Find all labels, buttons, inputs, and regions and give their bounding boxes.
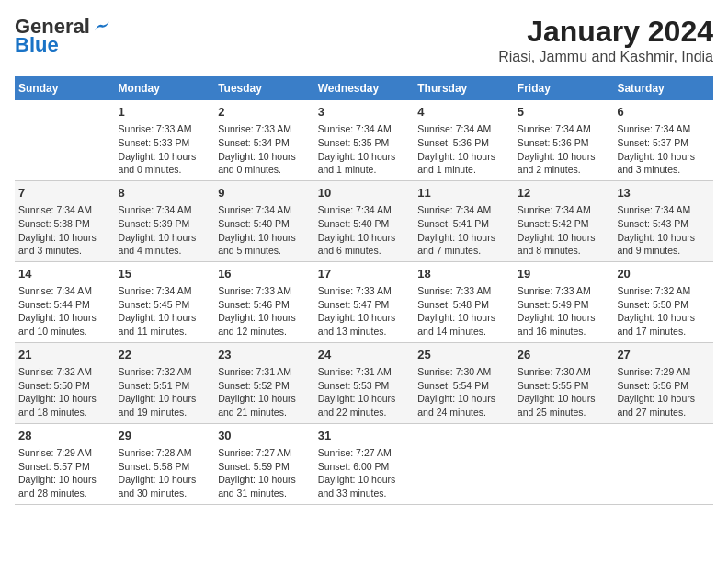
calendar-week-3: 14Sunrise: 7:34 AM Sunset: 5:44 PM Dayli… bbox=[15, 261, 713, 342]
day-content: Sunrise: 7:27 AM Sunset: 6:00 PM Dayligh… bbox=[318, 446, 411, 500]
calendar-cell: 21Sunrise: 7:32 AM Sunset: 5:50 PM Dayli… bbox=[15, 342, 115, 423]
calendar-cell: 12Sunrise: 7:34 AM Sunset: 5:42 PM Dayli… bbox=[514, 180, 614, 261]
calendar-cell: 7Sunrise: 7:34 AM Sunset: 5:38 PM Daylig… bbox=[15, 180, 115, 261]
day-content: Sunrise: 7:28 AM Sunset: 5:58 PM Dayligh… bbox=[119, 446, 211, 500]
calendar-cell: 13Sunrise: 7:34 AM Sunset: 5:43 PM Dayli… bbox=[613, 180, 713, 261]
day-number: 27 bbox=[617, 347, 710, 363]
day-number: 20 bbox=[617, 266, 710, 282]
calendar-cell: 9Sunrise: 7:34 AM Sunset: 5:40 PM Daylig… bbox=[214, 180, 314, 261]
day-content: Sunrise: 7:34 AM Sunset: 5:36 PM Dayligh… bbox=[518, 122, 610, 177]
calendar-cell: 29Sunrise: 7:28 AM Sunset: 5:58 PM Dayli… bbox=[115, 423, 215, 504]
calendar-cell: 10Sunrise: 7:34 AM Sunset: 5:40 PM Dayli… bbox=[314, 180, 415, 261]
calendar-cell: 5Sunrise: 7:34 AM Sunset: 5:36 PM Daylig… bbox=[514, 100, 614, 180]
day-content: Sunrise: 7:34 AM Sunset: 5:42 PM Dayligh… bbox=[518, 203, 610, 258]
day-content: Sunrise: 7:29 AM Sunset: 5:56 PM Dayligh… bbox=[617, 365, 710, 419]
day-number: 19 bbox=[518, 266, 610, 282]
header-cell-monday: Monday bbox=[115, 76, 215, 100]
calendar-cell: 15Sunrise: 7:34 AM Sunset: 5:45 PM Dayli… bbox=[115, 261, 215, 342]
day-number: 30 bbox=[218, 428, 311, 444]
calendar-cell: 17Sunrise: 7:33 AM Sunset: 5:47 PM Dayli… bbox=[314, 261, 415, 342]
day-number: 6 bbox=[617, 104, 710, 121]
day-number: 23 bbox=[218, 347, 311, 363]
day-number: 25 bbox=[417, 347, 510, 363]
calendar-cell: 6Sunrise: 7:34 AM Sunset: 5:37 PM Daylig… bbox=[613, 100, 713, 180]
calendar-cell bbox=[15, 100, 115, 180]
day-content: Sunrise: 7:34 AM Sunset: 5:41 PM Dayligh… bbox=[417, 203, 510, 258]
day-content: Sunrise: 7:34 AM Sunset: 5:40 PM Dayligh… bbox=[318, 203, 411, 258]
calendar-cell: 24Sunrise: 7:31 AM Sunset: 5:53 PM Dayli… bbox=[314, 342, 415, 423]
day-content: Sunrise: 7:32 AM Sunset: 5:50 PM Dayligh… bbox=[617, 284, 710, 339]
day-number: 5 bbox=[518, 104, 610, 121]
calendar-cell bbox=[613, 423, 713, 504]
day-content: Sunrise: 7:34 AM Sunset: 5:40 PM Dayligh… bbox=[218, 203, 311, 258]
header-cell-tuesday: Tuesday bbox=[214, 76, 314, 100]
day-number: 15 bbox=[119, 266, 211, 282]
calendar-cell: 31Sunrise: 7:27 AM Sunset: 6:00 PM Dayli… bbox=[314, 423, 415, 504]
day-number: 1 bbox=[119, 104, 211, 121]
day-content: Sunrise: 7:29 AM Sunset: 5:57 PM Dayligh… bbox=[18, 446, 111, 500]
day-content: Sunrise: 7:34 AM Sunset: 5:36 PM Dayligh… bbox=[417, 122, 510, 177]
calendar-cell bbox=[514, 423, 614, 504]
logo-bird-icon bbox=[94, 20, 110, 33]
day-number: 17 bbox=[318, 266, 411, 282]
calendar-cell: 14Sunrise: 7:34 AM Sunset: 5:44 PM Dayli… bbox=[15, 261, 115, 342]
day-content: Sunrise: 7:33 AM Sunset: 5:46 PM Dayligh… bbox=[218, 284, 311, 339]
day-content: Sunrise: 7:33 AM Sunset: 5:49 PM Dayligh… bbox=[518, 284, 610, 339]
calendar-cell: 3Sunrise: 7:34 AM Sunset: 5:35 PM Daylig… bbox=[314, 100, 415, 180]
calendar-cell: 19Sunrise: 7:33 AM Sunset: 5:49 PM Dayli… bbox=[514, 261, 614, 342]
calendar-cell: 16Sunrise: 7:33 AM Sunset: 5:46 PM Dayli… bbox=[214, 261, 314, 342]
day-content: Sunrise: 7:34 AM Sunset: 5:44 PM Dayligh… bbox=[18, 284, 111, 339]
header-cell-thursday: Thursday bbox=[414, 76, 514, 100]
day-content: Sunrise: 7:32 AM Sunset: 5:51 PM Dayligh… bbox=[119, 365, 211, 419]
calendar-week-5: 28Sunrise: 7:29 AM Sunset: 5:57 PM Dayli… bbox=[15, 423, 713, 504]
header-cell-sunday: Sunday bbox=[15, 76, 115, 100]
day-content: Sunrise: 7:31 AM Sunset: 5:53 PM Dayligh… bbox=[318, 365, 411, 419]
day-number: 12 bbox=[518, 185, 610, 201]
calendar-cell: 23Sunrise: 7:31 AM Sunset: 5:52 PM Dayli… bbox=[214, 342, 314, 423]
header-row: SundayMondayTuesdayWednesdayThursdayFrid… bbox=[15, 76, 713, 100]
day-content: Sunrise: 7:27 AM Sunset: 5:59 PM Dayligh… bbox=[218, 446, 311, 500]
calendar-cell: 1Sunrise: 7:33 AM Sunset: 5:33 PM Daylig… bbox=[115, 100, 215, 180]
day-content: Sunrise: 7:30 AM Sunset: 5:55 PM Dayligh… bbox=[518, 365, 610, 419]
day-content: Sunrise: 7:33 AM Sunset: 5:34 PM Dayligh… bbox=[218, 122, 311, 177]
calendar-table: SundayMondayTuesdayWednesdayThursdayFrid… bbox=[15, 76, 713, 505]
calendar-cell: 8Sunrise: 7:34 AM Sunset: 5:39 PM Daylig… bbox=[115, 180, 215, 261]
calendar-header: SundayMondayTuesdayWednesdayThursdayFrid… bbox=[15, 76, 713, 100]
day-number: 22 bbox=[119, 347, 211, 363]
day-number: 8 bbox=[119, 185, 211, 201]
header-cell-saturday: Saturday bbox=[613, 76, 713, 100]
day-number: 11 bbox=[417, 185, 510, 201]
calendar-week-2: 7Sunrise: 7:34 AM Sunset: 5:38 PM Daylig… bbox=[15, 180, 713, 261]
calendar-cell: 20Sunrise: 7:32 AM Sunset: 5:50 PM Dayli… bbox=[613, 261, 713, 342]
calendar-cell: 2Sunrise: 7:33 AM Sunset: 5:34 PM Daylig… bbox=[214, 100, 314, 180]
calendar-cell: 30Sunrise: 7:27 AM Sunset: 5:59 PM Dayli… bbox=[214, 423, 314, 504]
title-block: January 2024 Riasi, Jammu and Kashmir, I… bbox=[498, 15, 713, 65]
day-content: Sunrise: 7:31 AM Sunset: 5:52 PM Dayligh… bbox=[218, 365, 311, 419]
day-number: 3 bbox=[318, 104, 411, 121]
day-content: Sunrise: 7:30 AM Sunset: 5:54 PM Dayligh… bbox=[417, 365, 510, 419]
day-content: Sunrise: 7:32 AM Sunset: 5:50 PM Dayligh… bbox=[18, 365, 111, 419]
day-content: Sunrise: 7:33 AM Sunset: 5:33 PM Dayligh… bbox=[119, 122, 211, 177]
day-number: 2 bbox=[218, 104, 311, 121]
day-content: Sunrise: 7:34 AM Sunset: 5:39 PM Dayligh… bbox=[119, 203, 211, 258]
day-number: 24 bbox=[318, 347, 411, 363]
page-header: General Blue January 2024 Riasi, Jammu a… bbox=[15, 15, 713, 65]
day-content: Sunrise: 7:34 AM Sunset: 5:35 PM Dayligh… bbox=[318, 122, 411, 177]
calendar-week-1: 1Sunrise: 7:33 AM Sunset: 5:33 PM Daylig… bbox=[15, 100, 713, 180]
day-content: Sunrise: 7:34 AM Sunset: 5:37 PM Dayligh… bbox=[617, 122, 710, 177]
calendar-cell: 18Sunrise: 7:33 AM Sunset: 5:48 PM Dayli… bbox=[414, 261, 514, 342]
calendar-cell: 22Sunrise: 7:32 AM Sunset: 5:51 PM Dayli… bbox=[115, 342, 215, 423]
calendar-cell: 27Sunrise: 7:29 AM Sunset: 5:56 PM Dayli… bbox=[613, 342, 713, 423]
calendar-body: 1Sunrise: 7:33 AM Sunset: 5:33 PM Daylig… bbox=[15, 100, 713, 504]
page-subtitle: Riasi, Jammu and Kashmir, India bbox=[498, 49, 713, 65]
day-number: 18 bbox=[417, 266, 510, 282]
calendar-cell: 11Sunrise: 7:34 AM Sunset: 5:41 PM Dayli… bbox=[414, 180, 514, 261]
day-number: 28 bbox=[18, 428, 111, 444]
calendar-cell: 28Sunrise: 7:29 AM Sunset: 5:57 PM Dayli… bbox=[15, 423, 115, 504]
day-content: Sunrise: 7:33 AM Sunset: 5:48 PM Dayligh… bbox=[417, 284, 510, 339]
day-number: 7 bbox=[18, 185, 111, 201]
header-cell-friday: Friday bbox=[514, 76, 614, 100]
day-number: 29 bbox=[119, 428, 211, 444]
calendar-cell: 4Sunrise: 7:34 AM Sunset: 5:36 PM Daylig… bbox=[414, 100, 514, 180]
day-content: Sunrise: 7:33 AM Sunset: 5:47 PM Dayligh… bbox=[318, 284, 411, 339]
